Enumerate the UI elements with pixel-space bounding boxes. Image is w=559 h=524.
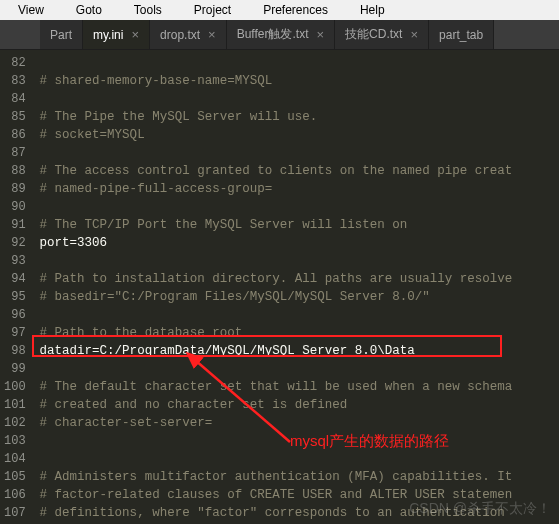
menu-help[interactable]: Help	[344, 1, 401, 19]
code-line: # factor-related clauses of CREATE USER …	[40, 486, 559, 504]
line-number: 92	[4, 234, 26, 252]
code-line: # The TCP/IP Port the MySQL Server will …	[40, 216, 559, 234]
code-content[interactable]: # shared-memory-base-name=MYSQL# The Pip…	[34, 50, 559, 524]
line-number: 93	[4, 252, 26, 270]
line-number: 98	[4, 342, 26, 360]
editor-area[interactable]: 8283848586878889909192939495969798991001…	[0, 50, 559, 524]
line-number: 103	[4, 432, 26, 450]
line-number: 95	[4, 288, 26, 306]
code-line: # The default character set that will be…	[40, 378, 559, 396]
tab-Buffer---txt[interactable]: Buffer触发.txt×	[227, 20, 335, 49]
tab-label: part_tab	[439, 28, 483, 42]
code-line: # shared-memory-base-name=MYSQL	[40, 72, 559, 90]
menu-goto[interactable]: Goto	[60, 1, 118, 19]
code-line	[40, 90, 559, 108]
line-number: 97	[4, 324, 26, 342]
line-number: 91	[4, 216, 26, 234]
code-line: # Administers multifactor authentication…	[40, 468, 559, 486]
tab-label: 技能CD.txt	[345, 26, 402, 43]
line-number: 89	[4, 180, 26, 198]
close-icon[interactable]: ×	[208, 27, 216, 42]
menu-preferences[interactable]: Preferences	[247, 1, 344, 19]
menu-view[interactable]: View	[2, 1, 60, 19]
close-icon[interactable]: ×	[317, 27, 325, 42]
code-line: # basedir="C:/Program Files/MySQL/MySQL …	[40, 288, 559, 306]
tab-label: my.ini	[93, 28, 123, 42]
code-line: # created and no character set is define…	[40, 396, 559, 414]
line-number: 101	[4, 396, 26, 414]
tab-label: drop.txt	[160, 28, 200, 42]
tab-label: Buffer触发.txt	[237, 26, 309, 43]
code-line: # Path to installation directory. All pa…	[40, 270, 559, 288]
tab-Part[interactable]: Part	[40, 20, 83, 49]
code-line	[40, 54, 559, 72]
tab-part_tab[interactable]: part_tab	[429, 20, 494, 49]
code-line: # character-set-server=	[40, 414, 559, 432]
line-number: 86	[4, 126, 26, 144]
code-line	[40, 198, 559, 216]
line-number: 88	[4, 162, 26, 180]
line-number: 94	[4, 270, 26, 288]
line-number: 104	[4, 450, 26, 468]
code-line: datadir=C:/ProgramData/MySQL/MySQL Serve…	[40, 342, 559, 360]
close-icon[interactable]: ×	[131, 27, 139, 42]
line-number: 106	[4, 486, 26, 504]
line-number: 85	[4, 108, 26, 126]
tab---CD-txt[interactable]: 技能CD.txt×	[335, 20, 429, 49]
code-line: # Path to the database root	[40, 324, 559, 342]
line-number: 82	[4, 54, 26, 72]
tab-bar: Partmy.ini×drop.txt×Buffer触发.txt×技能CD.tx…	[0, 20, 559, 50]
tab-my-ini[interactable]: my.ini×	[83, 20, 150, 49]
code-line: # definitions, where "factor" correspond…	[40, 504, 559, 522]
code-line	[40, 306, 559, 324]
code-line: # named-pipe-full-access-group=	[40, 180, 559, 198]
code-line: # socket=MYSQL	[40, 126, 559, 144]
code-line	[40, 144, 559, 162]
tab-drop-txt[interactable]: drop.txt×	[150, 20, 227, 49]
menu-tools[interactable]: Tools	[118, 1, 178, 19]
menu-bar: View Goto Tools Project Preferences Help	[0, 0, 559, 20]
line-number-gutter: 8283848586878889909192939495969798991001…	[0, 50, 34, 524]
line-number: 83	[4, 72, 26, 90]
code-line	[40, 432, 559, 450]
menu-project[interactable]: Project	[178, 1, 247, 19]
code-line	[40, 252, 559, 270]
line-number: 87	[4, 144, 26, 162]
line-number: 90	[4, 198, 26, 216]
line-number: 99	[4, 360, 26, 378]
line-number: 84	[4, 90, 26, 108]
close-icon[interactable]: ×	[410, 27, 418, 42]
line-number: 100	[4, 378, 26, 396]
line-number: 102	[4, 414, 26, 432]
code-line: # The access control granted to clients …	[40, 162, 559, 180]
line-number: 107	[4, 504, 26, 522]
tab-label: Part	[50, 28, 72, 42]
code-line	[40, 450, 559, 468]
line-number: 96	[4, 306, 26, 324]
code-line: # The Pipe the MySQL Server will use.	[40, 108, 559, 126]
line-number: 105	[4, 468, 26, 486]
code-line: port=3306	[40, 234, 559, 252]
code-line	[40, 360, 559, 378]
